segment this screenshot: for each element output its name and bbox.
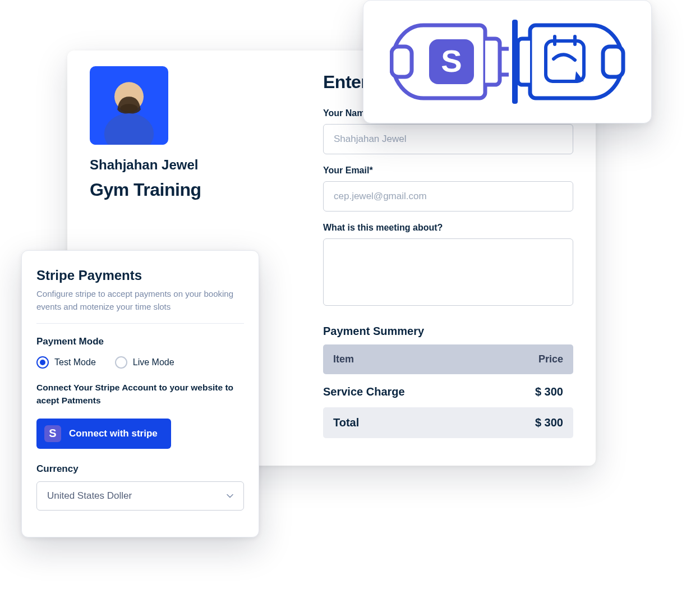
- stripe-logo-icon: S: [44, 425, 61, 442]
- payment-mode-radio-group: Test Mode Live Mode: [36, 356, 244, 369]
- test-mode-label: Test Mode: [54, 357, 96, 367]
- live-mode-radio[interactable]: Live Mode: [115, 356, 174, 369]
- svg-point-2: [120, 104, 137, 113]
- stripe-title: Stripe Payments: [36, 268, 244, 283]
- stripe-payments-card: Stripe Payments Configure stripe to acce…: [21, 250, 259, 537]
- profile-name: Shahjahan Jewel: [90, 157, 297, 173]
- summary-col-price: Price: [538, 353, 563, 365]
- currency-label: Currency: [36, 463, 244, 475]
- currency-value: United States Doller: [47, 490, 132, 502]
- stripe-description: Configure stripe to accept payments on y…: [36, 288, 244, 313]
- summary-total-row: Total $ 300: [323, 407, 573, 438]
- live-mode-label: Live Mode: [133, 357, 174, 367]
- avatar: [90, 66, 168, 145]
- summary-total-price: $ 300: [535, 416, 563, 429]
- summary-line-price: $ 300: [535, 385, 563, 398]
- stripe-connect-text: Connect Your Stripe Account to your webs…: [36, 381, 244, 407]
- message-label: What is this meeting about?: [323, 223, 573, 233]
- form-column: Enter Details Your Name* Your Email* Wha…: [297, 66, 573, 448]
- summary-heading: Payment Summery: [323, 325, 573, 338]
- summary-col-item: Item: [333, 353, 354, 365]
- svg-text:S: S: [441, 43, 462, 79]
- svg-rect-4: [392, 47, 412, 77]
- svg-rect-10: [603, 47, 623, 77]
- summary-line-charge: Service Charge $ 300: [323, 382, 573, 407]
- currency-select[interactable]: United States Doller: [36, 481, 244, 511]
- payment-mode-label: Payment Mode: [36, 336, 244, 347]
- email-label: Your Email*: [323, 166, 573, 176]
- summary-header-row: Item Price: [323, 344, 573, 374]
- divider: [36, 323, 244, 324]
- connect-stripe-button[interactable]: S Connect with stripe: [36, 419, 171, 449]
- email-input[interactable]: [323, 181, 573, 212]
- summary-total-label: Total: [333, 416, 359, 429]
- summary-line-label: Service Charge: [323, 385, 405, 398]
- test-mode-radio[interactable]: Test Mode: [36, 356, 96, 369]
- connect-button-label: Connect with stripe: [69, 428, 158, 439]
- message-textarea[interactable]: [323, 238, 573, 306]
- integration-badge: S: [363, 0, 652, 123]
- radio-icon: [36, 356, 49, 369]
- profile-title: Gym Training: [90, 180, 297, 200]
- radio-icon: [115, 356, 127, 369]
- name-input[interactable]: [323, 124, 573, 154]
- chevron-down-icon: [227, 491, 233, 500]
- integration-illustration-icon: S: [390, 14, 625, 109]
